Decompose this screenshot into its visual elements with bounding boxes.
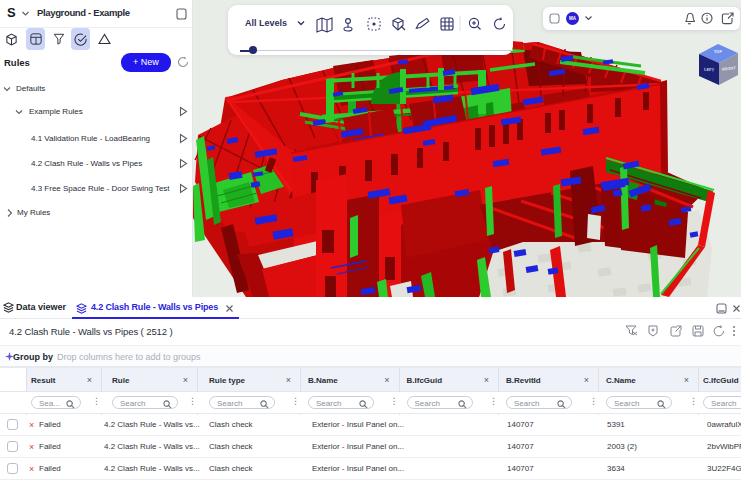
svg-text:TOP: TOP: [714, 49, 723, 55]
